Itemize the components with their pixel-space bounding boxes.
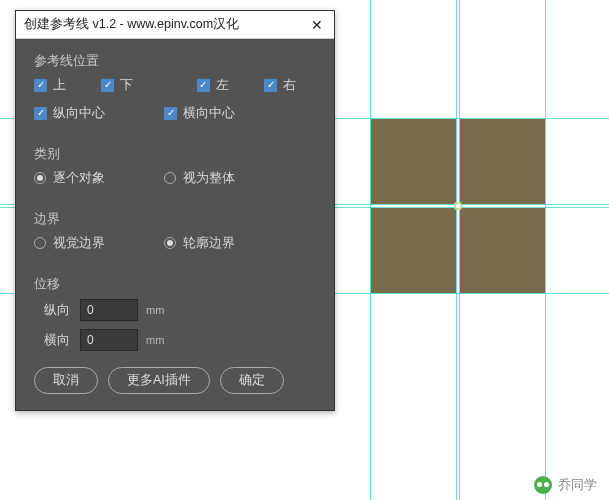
guide-line	[545, 0, 546, 500]
section-label: 边界	[34, 211, 316, 228]
check-left[interactable]: ✓ 左	[197, 76, 244, 94]
check-label: 纵向中心	[53, 104, 105, 122]
radio-icon	[34, 172, 46, 184]
check-right[interactable]: ✓ 右	[264, 76, 296, 94]
radio-outline[interactable]: 轮廓边界	[164, 234, 235, 252]
section-category: 类别 逐个对象 视为整体	[34, 146, 316, 187]
radio-label: 视为整体	[183, 169, 235, 187]
section-label: 类别	[34, 146, 316, 163]
radio-whole[interactable]: 视为整体	[164, 169, 235, 187]
section-offset: 位移 纵向 mm 横向 mm	[34, 276, 316, 351]
unit-label: mm	[146, 304, 164, 316]
radio-visual[interactable]: 视觉边界	[34, 234, 164, 252]
offset-label-h: 横向	[34, 332, 80, 349]
section-position: 参考线位置 ✓ 上 ✓ 下 ✓ 左 ✓ 右	[34, 53, 316, 122]
ok-button[interactable]: 确定	[220, 367, 284, 394]
radio-each[interactable]: 逐个对象	[34, 169, 164, 187]
canvas-object[interactable]	[460, 208, 545, 293]
close-icon[interactable]: ✕	[306, 14, 328, 36]
canvas-object[interactable]	[460, 119, 545, 204]
canvas-object[interactable]	[371, 208, 456, 293]
check-label: 横向中心	[183, 104, 235, 122]
check-bottom[interactable]: ✓ 下	[101, 76, 177, 94]
selection-handle[interactable]	[455, 203, 462, 210]
unit-label: mm	[146, 334, 164, 346]
radio-icon	[34, 237, 46, 249]
checkbox-icon: ✓	[164, 107, 177, 120]
offset-label-v: 纵向	[34, 302, 80, 319]
checkbox-icon: ✓	[34, 107, 47, 120]
canvas-object[interactable]	[371, 119, 456, 204]
section-bound: 边界 视觉边界 轮廓边界	[34, 211, 316, 252]
cancel-button[interactable]: 取消	[34, 367, 98, 394]
radio-label: 轮廓边界	[183, 234, 235, 252]
titlebar[interactable]: 创建参考线 v1.2 - www.epinv.com汉化 ✕	[16, 11, 334, 39]
section-label: 参考线位置	[34, 53, 316, 70]
check-label: 右	[283, 76, 296, 94]
checkbox-icon: ✓	[101, 79, 114, 92]
guide-line	[456, 0, 457, 500]
radio-icon	[164, 172, 176, 184]
offset-input-h[interactable]	[80, 329, 138, 351]
checkbox-icon: ✓	[197, 79, 210, 92]
more-plugins-button[interactable]: 更多AI插件	[108, 367, 210, 394]
section-label: 位移	[34, 276, 316, 293]
check-label: 下	[120, 76, 133, 94]
dialog-create-guides: 创建参考线 v1.2 - www.epinv.com汉化 ✕ 参考线位置 ✓ 上…	[15, 10, 335, 411]
dialog-title: 创建参考线 v1.2 - www.epinv.com汉化	[24, 16, 239, 33]
check-top[interactable]: ✓ 上	[34, 76, 81, 94]
radio-icon	[164, 237, 176, 249]
check-vcenter[interactable]: ✓ 纵向中心	[34, 104, 164, 122]
radio-label: 逐个对象	[53, 169, 105, 187]
check-label: 上	[53, 76, 66, 94]
check-hcenter[interactable]: ✓ 横向中心	[164, 104, 235, 122]
checkbox-icon: ✓	[34, 79, 47, 92]
radio-label: 视觉边界	[53, 234, 105, 252]
watermark: 乔同学	[534, 476, 597, 494]
wechat-icon	[534, 476, 552, 494]
checkbox-icon: ✓	[264, 79, 277, 92]
watermark-label: 乔同学	[558, 476, 597, 494]
offset-input-v[interactable]	[80, 299, 138, 321]
check-label: 左	[216, 76, 229, 94]
button-row: 取消 更多AI插件 确定	[34, 367, 316, 394]
